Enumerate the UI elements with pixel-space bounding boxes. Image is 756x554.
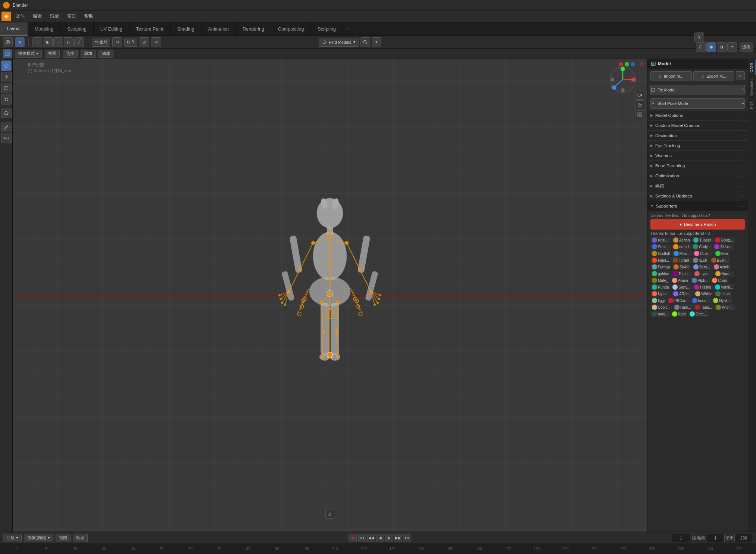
import-btn[interactable]: Import M... bbox=[650, 71, 692, 81]
section-settings-updates[interactable]: ▶ Settings & Updates ··· bbox=[647, 191, 748, 201]
end-frame-display[interactable]: 250 bbox=[734, 534, 753, 542]
section-decimation[interactable]: ▶ Decimation ··· bbox=[647, 130, 748, 140]
cursor-tool[interactable] bbox=[1, 60, 12, 71]
export-btn[interactable]: Export M... bbox=[693, 71, 735, 81]
view-circle-btn[interactable]: ◐ bbox=[43, 37, 53, 47]
svg-point-124 bbox=[653, 102, 654, 103]
annotate-tool[interactable] bbox=[1, 122, 12, 132]
side-tab-pdt[interactable]: PDT bbox=[749, 99, 756, 111]
scale-tool[interactable] bbox=[1, 94, 12, 105]
svg-line-62 bbox=[300, 243, 313, 269]
select-menu[interactable]: 选择 bbox=[63, 50, 78, 58]
tab-uv-editing[interactable]: UV Editing bbox=[94, 22, 129, 35]
tab-shading[interactable]: Shading bbox=[171, 22, 202, 35]
add-workspace-btn[interactable]: + bbox=[343, 22, 354, 35]
tab-modeling[interactable]: Modeling bbox=[28, 22, 61, 35]
menu-render[interactable]: 渲染 bbox=[46, 12, 63, 21]
import-export-row: Import M... Export M... ≡ bbox=[647, 69, 748, 83]
record-btn[interactable]: ⏺ bbox=[349, 534, 357, 542]
viewport-mode-icon[interactable] bbox=[3, 49, 12, 58]
tab-rendering[interactable]: Rendering bbox=[236, 22, 271, 35]
transform-tool[interactable] bbox=[1, 108, 12, 118]
options-dropdown[interactable]: 选项 bbox=[740, 43, 753, 52]
menubar: 文件 编辑 渲染 窗口 帮助 bbox=[0, 10, 756, 22]
gizmo-circle[interactable]: X Y Z bbox=[610, 66, 636, 93]
section-optimization[interactable]: ▶ Optimization ··· bbox=[647, 171, 748, 181]
search-btn[interactable] bbox=[360, 37, 370, 47]
wireframe-btn[interactable]: ⬡ bbox=[696, 42, 706, 52]
jump-start-btn[interactable]: ⏮ bbox=[358, 534, 366, 542]
menu-window[interactable]: 窗口 bbox=[63, 12, 80, 21]
side-tab-cats[interactable]: CATS bbox=[749, 60, 756, 75]
menu-file[interactable]: 文件 bbox=[12, 12, 28, 21]
proportional-edit-btn[interactable]: ◎ bbox=[140, 37, 149, 47]
playback-menu[interactable]: 回放 ▾ bbox=[3, 534, 22, 542]
tab-compositing[interactable]: Compositing bbox=[271, 22, 311, 35]
section-visemes[interactable]: ▶ Visemes ··· bbox=[647, 150, 748, 161]
next-keyframe-btn[interactable]: ▶▶ bbox=[394, 534, 402, 542]
tab-sculpting[interactable]: Sculpting bbox=[60, 22, 93, 35]
view-lasso-btn[interactable]: ⌓ bbox=[53, 37, 63, 47]
play-btn[interactable]: ▶ bbox=[385, 534, 393, 542]
camera-viewport-btn[interactable] bbox=[635, 91, 644, 100]
menu-help[interactable]: 帮助 bbox=[81, 12, 97, 21]
render-btn[interactable]: ☀ bbox=[727, 42, 737, 52]
wrench-icon bbox=[741, 88, 744, 92]
start-pose-btn[interactable]: Start Pose Mode bbox=[650, 98, 745, 109]
tab-texture-paint[interactable]: Texture Paint bbox=[129, 22, 171, 35]
supporter-chip: Bee bbox=[714, 250, 730, 256]
viewport[interactable]: 用户正交 (1) Collection | 甘雨_arm bbox=[13, 59, 647, 532]
side-tab-blenderkit[interactable]: BlenderKit bbox=[749, 76, 756, 98]
find-models-dropdown[interactable]: Find Models ▾ bbox=[319, 38, 359, 47]
fix-model-btn[interactable]: Fix Model bbox=[650, 85, 745, 95]
object-mode-dropdown[interactable]: 物体模式 ▾ bbox=[15, 50, 42, 58]
add-menu[interactable]: 添加 bbox=[81, 50, 96, 58]
section-model-options[interactable]: ▶ Model Options ··· bbox=[647, 110, 748, 120]
hand-viewport-btn[interactable] bbox=[635, 100, 644, 109]
start-frame-display[interactable]: 1 bbox=[706, 534, 725, 542]
rotate-tool[interactable] bbox=[1, 83, 12, 93]
view-box-btn[interactable]: ⬚ bbox=[32, 37, 42, 47]
become-patron-btn[interactable]: ♥ Become a Patron bbox=[650, 219, 745, 230]
panel-menu-btn[interactable]: ≡ bbox=[736, 71, 745, 80]
blender-icon-btn[interactable] bbox=[1, 12, 11, 21]
next-frame-btn[interactable]: ⏭ bbox=[403, 534, 411, 542]
proportional-connected[interactable]: ⌀ bbox=[151, 37, 161, 47]
axis-y-dot bbox=[625, 62, 629, 66]
section-custom-model[interactable]: ▶ Custom Model Creation ··· bbox=[647, 120, 748, 130]
section-bone-parenting[interactable]: ▶ Bone Parenting ··· bbox=[647, 161, 748, 171]
tab-scripting[interactable]: Scripting bbox=[311, 22, 343, 35]
timeline-view-menu[interactable]: 视图 bbox=[56, 534, 71, 542]
avatar bbox=[652, 251, 657, 256]
view-menu[interactable]: 视图 bbox=[45, 50, 60, 58]
current-frame-display[interactable]: 1 bbox=[672, 534, 690, 542]
measure-tool[interactable] bbox=[1, 133, 12, 143]
object-menu[interactable]: 物体 bbox=[99, 50, 113, 58]
move-tool[interactable] bbox=[1, 72, 12, 82]
marker-menu[interactable]: 标记 bbox=[73, 534, 88, 542]
svg-point-86 bbox=[377, 302, 379, 304]
view-angle-btn[interactable]: ▷ bbox=[64, 37, 74, 47]
solid-btn[interactable]: ◉ bbox=[706, 42, 716, 52]
prev-keyframe-btn[interactable]: ◀ bbox=[376, 534, 384, 542]
find-models-arrow[interactable]: ▾ bbox=[372, 37, 381, 47]
section-bake[interactable]: ▶ 烘焙 ··· bbox=[647, 181, 748, 191]
side-tabs: CATS BlenderKit PDT bbox=[748, 59, 756, 532]
snap-icon[interactable] bbox=[3, 37, 13, 47]
material-btn[interactable]: ◑ bbox=[717, 42, 727, 52]
transform-orientation[interactable]: ⟲ 全局 bbox=[92, 38, 110, 47]
tab-animation[interactable]: Animation bbox=[202, 22, 236, 35]
prev-frame-btn[interactable]: ◀◀ bbox=[367, 534, 375, 542]
cursor-tool-btn[interactable] bbox=[15, 37, 25, 47]
grid-viewport-btn[interactable] bbox=[635, 110, 644, 119]
tab-layout[interactable]: Layout bbox=[0, 22, 28, 35]
section-eye-tracking[interactable]: ▶ Eye Tracking ··· bbox=[647, 140, 748, 150]
transform-pivot[interactable]: ⊙ bbox=[112, 37, 122, 47]
view-line-btn[interactable]: ╱ bbox=[74, 37, 84, 47]
menu-edit[interactable]: 编辑 bbox=[29, 12, 46, 21]
interpolation-menu[interactable]: 抱像(插帧) ▾ bbox=[24, 534, 53, 542]
viewport-lock-btn[interactable] bbox=[325, 510, 334, 519]
snap-dropdown[interactable]: ⊡ ⊻ bbox=[124, 38, 137, 47]
section-supporters[interactable]: ▼ Supporters ··· bbox=[647, 201, 748, 211]
overlay-btn[interactable]: ⊻ bbox=[694, 32, 704, 42]
